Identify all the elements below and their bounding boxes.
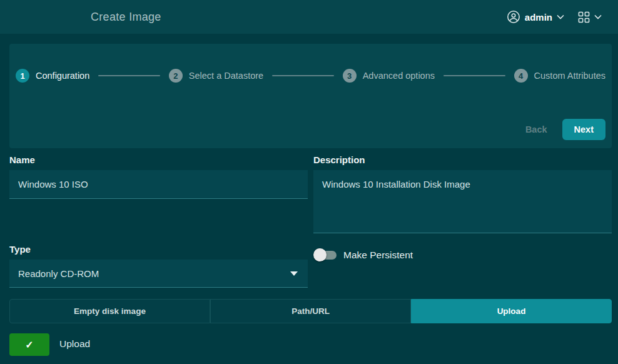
description-label: Description (313, 154, 365, 165)
step-number-badge: 4 (514, 69, 528, 83)
apps-menu[interactable] (578, 11, 602, 23)
toggle-knob (313, 248, 327, 261)
step-number-badge: 3 (343, 69, 357, 83)
caret-down-icon (290, 271, 298, 276)
description-textarea[interactable]: Windows 10 Installation Disk Image (313, 170, 612, 233)
grid-icon (578, 11, 590, 23)
tab-upload[interactable]: Upload (411, 299, 612, 323)
step-advanced-options[interactable]: 3 Advanced options (343, 69, 435, 83)
step-select-datastore[interactable]: 2 Select a Datastore (169, 69, 263, 83)
stepper-connector (98, 75, 160, 76)
type-select-value: Readonly CD-ROM (18, 268, 99, 279)
step-number-badge: 1 (16, 69, 29, 83)
user-menu[interactable]: admin (507, 10, 564, 24)
header-actions: admin (507, 10, 602, 24)
person-circle-icon (507, 10, 520, 24)
make-persistent-toggle[interactable] (313, 248, 338, 262)
header: Create Image admin (0, 0, 618, 34)
image-source-tabs: Empty disk image Path/URL Upload (9, 299, 612, 323)
name-input[interactable] (9, 170, 308, 199)
chevron-down-icon (557, 14, 564, 19)
back-button[interactable]: Back (525, 124, 547, 134)
wizard-stepper: 1 Configuration 2 Select a Datastore 3 A… (16, 69, 605, 83)
step-number-badge: 2 (169, 69, 183, 83)
next-button[interactable]: Next (562, 119, 605, 140)
stepper-connector (443, 75, 505, 76)
step-label: Select a Datastore (189, 71, 263, 81)
step-configuration[interactable]: 1 Configuration (16, 69, 89, 83)
wizard-actions: Back Next (525, 119, 605, 140)
step-custom-attributes[interactable]: 4 Custom Attributes (514, 69, 605, 83)
step-label: Advanced options (363, 71, 435, 81)
user-name: admin (525, 12, 552, 23)
chevron-down-icon (594, 14, 602, 19)
tab-path-url[interactable]: Path/URL (210, 299, 411, 323)
make-persistent-label: Make Persistent (343, 250, 413, 261)
wizard-card: 1 Configuration 2 Select a Datastore 3 A… (9, 44, 612, 148)
page-title: Create Image (91, 11, 161, 24)
tab-empty-disk-image[interactable]: Empty disk image (9, 299, 210, 323)
type-select[interactable]: Readonly CD-ROM (9, 260, 308, 288)
type-label: Type (9, 244, 31, 255)
check-icon: ✓ (25, 339, 33, 351)
upload-file-button[interactable]: ✓ (9, 333, 49, 356)
name-label: Name (9, 154, 35, 165)
stepper-connector (272, 75, 334, 76)
step-label: Configuration (36, 71, 89, 81)
step-label: Custom Attributes (534, 71, 605, 81)
upload-file-label: Upload (59, 338, 90, 350)
